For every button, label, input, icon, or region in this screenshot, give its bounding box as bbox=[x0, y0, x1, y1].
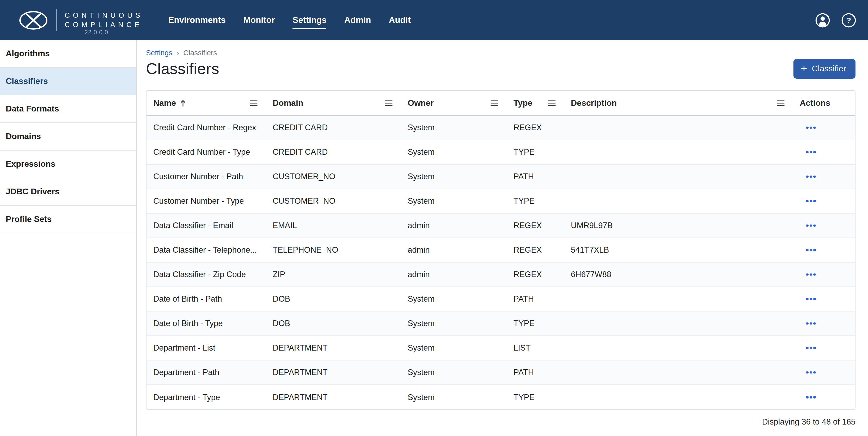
sidebar-item-label: Expressions bbox=[6, 159, 55, 169]
row-actions-button[interactable] bbox=[804, 246, 818, 255]
cell-name: Data Classifier - Telephone... bbox=[147, 238, 266, 262]
add-classifier-label: Classifier bbox=[812, 64, 846, 73]
cell-owner: System bbox=[401, 287, 507, 311]
cell-type: TYPE bbox=[507, 189, 564, 213]
sidebar-item-data-formats[interactable]: Data Formats bbox=[0, 95, 136, 123]
sidebar-item-expressions[interactable]: Expressions bbox=[0, 150, 136, 178]
table-row: Data Classifier - Email EMAIL admin REGE… bbox=[147, 213, 855, 238]
cell-type: REGEX bbox=[507, 115, 564, 140]
nav-item-label: Audit bbox=[389, 15, 410, 25]
table-row: Data Classifier - Telephone... TELEPHONE… bbox=[147, 238, 855, 263]
row-actions-button[interactable] bbox=[804, 319, 818, 328]
help-button[interactable]: ? bbox=[841, 12, 857, 28]
cell-name: Data Classifier - Email bbox=[147, 213, 266, 238]
ellipsis-icon bbox=[806, 323, 808, 325]
cell-type: PATH bbox=[507, 165, 564, 189]
cell-type: PATH bbox=[507, 361, 564, 384]
nav-item-settings[interactable]: Settings bbox=[293, 15, 327, 25]
pagination-summary: Displaying 36 to 48 of 165 bbox=[146, 417, 856, 427]
cell-owner: admin bbox=[401, 238, 507, 262]
nav-item-admin[interactable]: Admin bbox=[344, 15, 371, 25]
sidebar-item-jdbc-drivers[interactable]: JDBC Drivers bbox=[0, 178, 136, 206]
column-header-type[interactable]: Type bbox=[507, 91, 564, 115]
breadcrumb: Settings › Classifiers bbox=[146, 48, 856, 57]
cell-name: Customer Number - Path bbox=[147, 165, 266, 189]
breadcrumb-settings-link[interactable]: Settings bbox=[146, 48, 172, 57]
nav-item-monitor[interactable]: Monitor bbox=[244, 15, 275, 25]
row-actions-button[interactable] bbox=[804, 172, 818, 181]
add-classifier-button[interactable]: + Classifier bbox=[794, 59, 856, 79]
row-actions-button[interactable] bbox=[804, 222, 818, 230]
sidebar-item-label: Domains bbox=[6, 132, 41, 141]
table-row: Department - Path DEPARTMENT System PATH bbox=[147, 361, 855, 385]
cell-name: Credit Card Number - Type bbox=[147, 140, 266, 164]
nav-item-audit[interactable]: Audit bbox=[389, 15, 410, 25]
cell-owner: System bbox=[401, 361, 507, 384]
classifiers-table: Name Domain Owner Type bbox=[146, 90, 856, 410]
version-label: 22.0.0.0 bbox=[85, 29, 108, 35]
column-menu-icon[interactable] bbox=[250, 100, 257, 106]
cell-description: 541T7XLB bbox=[564, 238, 793, 262]
table-row: Date of Birth - Type DOB System TYPE bbox=[147, 311, 855, 336]
cell-actions bbox=[793, 361, 855, 384]
cell-domain: CUSTOMER_NO bbox=[266, 165, 401, 189]
cell-description bbox=[564, 165, 793, 189]
cell-description bbox=[564, 115, 793, 140]
cell-name: Department - Type bbox=[147, 385, 266, 409]
brand-divider bbox=[56, 9, 57, 31]
sidebar-item-label: Algorithms bbox=[6, 49, 50, 58]
brand-text: CONTINUOUS COMPLIANCE bbox=[65, 11, 143, 29]
row-actions-button[interactable] bbox=[804, 124, 818, 132]
page-title: Classifiers bbox=[146, 60, 219, 78]
help-icon: ? bbox=[841, 12, 857, 28]
cell-actions bbox=[793, 140, 855, 164]
row-actions-button[interactable] bbox=[804, 148, 818, 157]
plus-icon: + bbox=[801, 63, 807, 74]
row-actions-button[interactable] bbox=[804, 270, 818, 279]
column-header-label: Domain bbox=[273, 98, 303, 107]
cell-type: TYPE bbox=[507, 311, 564, 335]
column-menu-icon[interactable] bbox=[548, 100, 556, 106]
nav-item-environments[interactable]: Environments bbox=[168, 15, 226, 25]
cell-domain: DOB bbox=[266, 311, 401, 335]
cell-description bbox=[564, 385, 793, 409]
cell-owner: System bbox=[401, 336, 507, 360]
column-header-owner[interactable]: Owner bbox=[401, 91, 507, 115]
column-header-name[interactable]: Name bbox=[147, 91, 266, 115]
sidebar-item-profile-sets[interactable]: Profile Sets bbox=[0, 206, 136, 233]
cell-actions bbox=[793, 238, 855, 262]
cell-name: Credit Card Number - Regex bbox=[147, 115, 266, 140]
cell-name: Customer Number - Type bbox=[147, 189, 266, 213]
cell-type: LIST bbox=[507, 336, 564, 360]
cell-domain: TELEPHONE_NO bbox=[266, 238, 401, 262]
column-header-domain[interactable]: Domain bbox=[266, 91, 401, 115]
column-menu-icon[interactable] bbox=[491, 100, 498, 106]
title-row: Classifiers + Classifier bbox=[146, 59, 856, 79]
table-row: Data Classifier - Zip Code ZIP admin REG… bbox=[147, 263, 855, 287]
cell-actions bbox=[793, 115, 855, 140]
cell-description bbox=[564, 361, 793, 384]
row-actions-button[interactable] bbox=[804, 344, 818, 353]
table-row: Customer Number - Type CUSTOMER_NO Syste… bbox=[147, 189, 855, 213]
table-header-row: Name Domain Owner Type bbox=[147, 91, 855, 115]
cell-domain: DEPARTMENT bbox=[266, 385, 401, 409]
ellipsis-icon bbox=[806, 175, 808, 178]
ellipsis-icon bbox=[806, 249, 808, 251]
row-actions-button[interactable] bbox=[804, 368, 818, 377]
sidebar-item-domains[interactable]: Domains bbox=[0, 123, 136, 150]
column-menu-icon[interactable] bbox=[777, 100, 784, 106]
row-actions-button[interactable] bbox=[804, 393, 818, 402]
nav-item-label: Environments bbox=[168, 15, 226, 25]
table-row: Department - Type DEPARTMENT System TYPE bbox=[147, 385, 855, 409]
column-header-description[interactable]: Description bbox=[564, 91, 793, 115]
cell-owner: System bbox=[401, 165, 507, 189]
account-button[interactable] bbox=[815, 12, 831, 28]
sidebar-item-classifiers[interactable]: Classifiers bbox=[0, 68, 136, 95]
sidebar-item-algorithms[interactable]: Algorithms bbox=[0, 40, 136, 68]
row-actions-button[interactable] bbox=[804, 197, 818, 205]
column-header-actions[interactable]: Actions bbox=[793, 91, 855, 115]
cell-type: REGEX bbox=[507, 213, 564, 238]
cell-domain: DEPARTMENT bbox=[266, 361, 401, 384]
column-menu-icon[interactable] bbox=[385, 100, 393, 106]
row-actions-button[interactable] bbox=[804, 295, 818, 303]
